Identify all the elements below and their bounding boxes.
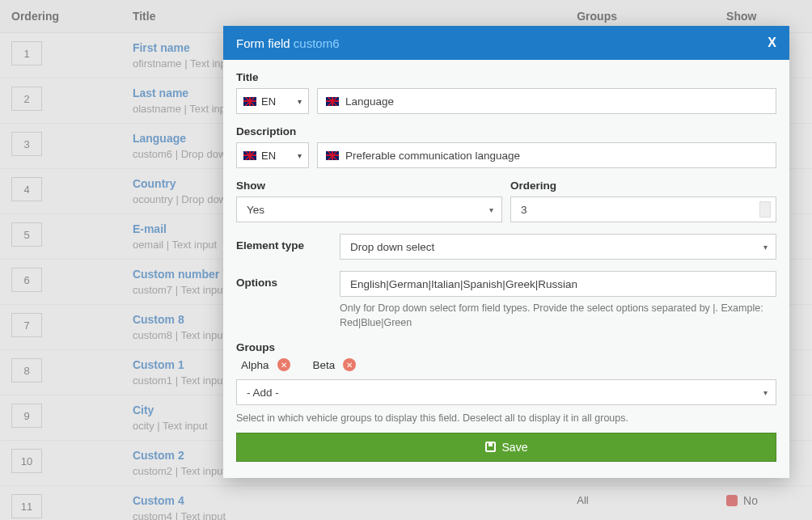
element-type-select[interactable]: Drop down select <box>340 234 776 260</box>
remove-group-icon[interactable]: ✕ <box>277 358 290 371</box>
table-row: 11Custom 4custom4 | Text inputAllNo <box>0 486 812 521</box>
label-description: Description <box>236 125 776 137</box>
description-input[interactable]: Preferable communication language <box>317 142 776 168</box>
modal-title-field: custom6 <box>294 36 340 50</box>
label-ordering: Ordering <box>510 180 776 192</box>
save-button[interactable]: Save <box>236 433 776 462</box>
title-lang-select[interactable]: EN <box>236 88 309 114</box>
group-tag-label: Beta <box>313 359 336 371</box>
ordering-input[interactable]: 8 <box>11 358 42 383</box>
options-input[interactable]: English|German|Italian|Spanish|Greek|Rus… <box>340 271 776 297</box>
show-select[interactable]: Yes <box>236 197 502 222</box>
label-element-type: Element type <box>236 234 325 252</box>
uk-flag-icon <box>326 151 339 160</box>
form-field-modal: Form field custom6 X Title EN Language D… <box>223 26 789 478</box>
label-title: Title <box>236 71 776 83</box>
modal-title-prefix: Form field <box>236 36 290 50</box>
ordering-input[interactable]: 3 <box>11 132 42 156</box>
uk-flag-icon <box>243 97 256 106</box>
modal-header: Form field custom6 X <box>223 26 789 60</box>
save-icon <box>485 442 496 452</box>
groups-add-select[interactable]: - Add - <box>236 379 776 405</box>
close-icon[interactable]: X <box>768 36 776 50</box>
th-ordering: Ordering <box>0 0 121 33</box>
groups-cell: All <box>577 494 588 506</box>
remove-group-icon[interactable]: ✕ <box>343 358 356 371</box>
ordering-input[interactable]: 6 <box>11 268 42 292</box>
ordering-input[interactable]: 3 <box>510 197 776 222</box>
groups-hint: Select in which vehicle groups to displa… <box>236 412 776 426</box>
options-hint: Only for Drop down select form field typ… <box>340 302 776 330</box>
ordering-input[interactable]: 10 <box>11 449 42 473</box>
status-dot-icon <box>726 495 738 506</box>
show-cell: No <box>726 494 758 507</box>
uk-flag-icon <box>243 151 256 160</box>
label-show: Show <box>236 180 502 192</box>
title-input[interactable]: Language <box>317 88 776 114</box>
row-title-link[interactable]: Custom 4 <box>133 494 554 507</box>
stepper-icon[interactable] <box>759 201 771 218</box>
ordering-input[interactable]: 5 <box>11 222 42 247</box>
description-lang-select[interactable]: EN <box>236 142 309 168</box>
row-meta: custom4 | Text input <box>133 510 554 520</box>
label-options: Options <box>236 271 325 289</box>
ordering-input[interactable]: 1 <box>11 41 42 66</box>
ordering-input[interactable]: 4 <box>11 177 42 201</box>
ordering-input[interactable]: 7 <box>11 313 42 337</box>
label-groups: Groups <box>236 341 776 353</box>
group-tag: Beta✕ <box>313 358 357 371</box>
ordering-input[interactable]: 11 <box>11 494 42 518</box>
group-tag: Alpha✕ <box>241 358 290 371</box>
uk-flag-icon <box>326 97 339 106</box>
group-tag-label: Alpha <box>241 359 269 371</box>
ordering-input[interactable]: 9 <box>11 404 42 428</box>
ordering-input[interactable]: 2 <box>11 87 42 111</box>
